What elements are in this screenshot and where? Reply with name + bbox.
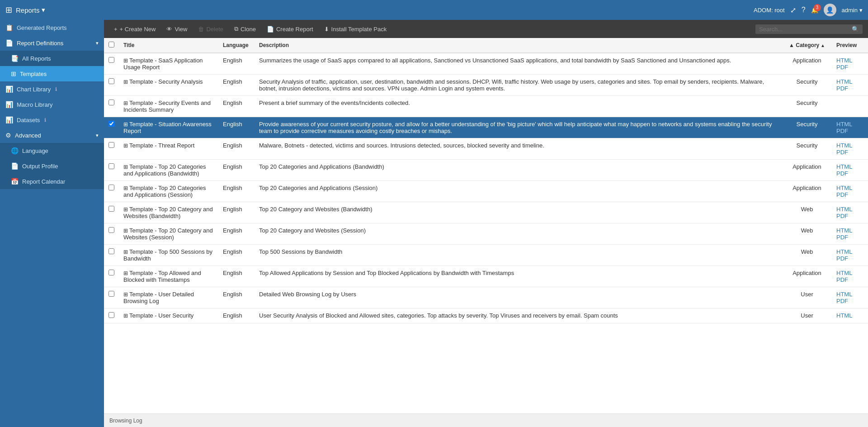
create-new-button[interactable]: + + Create New [109, 24, 160, 34]
row-preview [832, 96, 868, 117]
delete-button[interactable]: 🗑 Delete [193, 24, 228, 34]
sidebar-item-advanced[interactable]: ⚙ Advanced ▾ [0, 128, 104, 143]
preview-pdf-link[interactable]: PDF [836, 276, 863, 283]
row-checkbox[interactable] [108, 163, 114, 169]
preview-pdf-link[interactable]: PDF [836, 191, 863, 198]
preview-html-link[interactable]: HTML [836, 248, 863, 255]
row-description: Malware, Botnets - detected, victims and… [255, 138, 782, 160]
preview-html-link[interactable]: HTML [836, 206, 863, 213]
create-report-button[interactable]: 📄 Create Report [262, 24, 318, 34]
row-checkbox[interactable] [108, 185, 114, 190]
sidebar-item-all-reports[interactable]: 📑 All Reports [0, 51, 104, 66]
row-description: Top 500 Sessions by Bandwidth [255, 245, 782, 266]
admin-menu[interactable]: admin ▾ [842, 7, 863, 14]
fullscreen-icon[interactable]: ⤢ [790, 6, 796, 14]
row-title-icon: ⊞ [123, 185, 128, 191]
language-header: Language [218, 38, 255, 53]
table-row[interactable]: ⊞Template - Top 20 Categories and Applic… [104, 181, 868, 202]
row-checkbox[interactable] [108, 142, 114, 148]
preview-html-link[interactable]: HTML [836, 312, 863, 319]
sidebar-item-output-profile[interactable]: 📄 Output Profile [0, 158, 104, 174]
report-definitions-icon: 📄 [5, 39, 13, 47]
preview-html-link[interactable]: HTML [836, 270, 863, 276]
row-category: Web [782, 223, 832, 245]
sidebar-item-generated-reports[interactable]: 📋 Generated Reports [0, 20, 104, 35]
table-row[interactable]: ⊞Template - Top 20 Categories and Applic… [104, 160, 868, 181]
row-title: ⊞Template - Top 20 Categories and Applic… [119, 181, 218, 202]
preview-html-link[interactable]: HTML [836, 78, 863, 85]
row-checkbox[interactable] [108, 100, 114, 105]
create-new-icon: + [114, 26, 118, 33]
datasets-info-icon: ℹ [44, 117, 46, 123]
sidebar-item-macro-library[interactable]: 📊 Macro Library [0, 97, 104, 112]
table-row[interactable]: ⊞Template - Situation Awareness ReportEn… [104, 117, 868, 138]
help-icon[interactable]: ? [802, 6, 806, 14]
table-row[interactable]: ⊞Template - Top 20 Category and Websites… [104, 202, 868, 223]
preview-pdf-link[interactable]: PDF [836, 213, 863, 219]
table-row[interactable]: ⊞Template - SaaS Application Usage Repor… [104, 53, 868, 75]
sidebar-item-report-definitions[interactable]: 📄 Report Definitions ▾ [0, 35, 104, 51]
install-template-pack-button[interactable]: ⬇ Install Template Pack [320, 24, 392, 34]
preview-html-link[interactable]: HTML [836, 185, 863, 191]
row-checkbox[interactable] [108, 121, 114, 127]
table-row[interactable]: ⊞Template - User Detailed Browsing LogEn… [104, 287, 868, 308]
view-button[interactable]: 👁 View [162, 24, 192, 34]
preview-pdf-link[interactable]: PDF [836, 128, 863, 134]
row-checkbox[interactable] [108, 78, 114, 84]
table-row[interactable]: ⊞Template - User SecurityEnglishUser Sec… [104, 308, 868, 323]
select-all-header[interactable] [104, 38, 119, 53]
table-row[interactable]: ⊞Template - Security Events and Incident… [104, 96, 868, 117]
row-language: English [218, 266, 255, 287]
row-category: Application [782, 160, 832, 181]
sidebar-item-language[interactable]: 🌐 Language [0, 143, 104, 158]
notification-bell[interactable]: 🔔 3 [811, 7, 818, 14]
row-preview: HTMLPDF [832, 223, 868, 245]
preview-html-link[interactable]: HTML [836, 163, 863, 170]
table-row[interactable]: ⊞Template - Top 20 Category and Websites… [104, 223, 868, 245]
preview-pdf-link[interactable]: PDF [836, 255, 863, 262]
row-checkbox[interactable] [108, 270, 114, 275]
preview-html-link[interactable]: HTML [836, 291, 863, 298]
preview-html-link[interactable]: HTML [836, 142, 863, 149]
row-checkbox[interactable] [108, 291, 114, 297]
table-row[interactable]: ⊞Template - Top 500 Sessions by Bandwidt… [104, 245, 868, 266]
preview-html-link[interactable]: HTML [836, 227, 863, 234]
row-checkbox[interactable] [108, 312, 114, 318]
clone-button[interactable]: ⧉ Clone [230, 24, 260, 34]
row-language: English [218, 96, 255, 117]
sidebar-item-report-calendar[interactable]: 📅 Report Calendar [0, 174, 104, 189]
table-row[interactable]: ⊞Template - Security AnalysisEnglishSecu… [104, 75, 868, 96]
row-checkbox[interactable] [108, 227, 114, 233]
sidebar-item-templates[interactable]: ⊞ Templates [0, 66, 104, 81]
row-title-icon: ⊞ [123, 142, 128, 149]
row-checkbox[interactable] [108, 206, 114, 212]
avatar[interactable]: 👤 [824, 4, 836, 16]
row-category: User [782, 308, 832, 323]
report-calendar-label: Report Calendar [22, 178, 65, 185]
row-category: Web [782, 245, 832, 266]
preview-html-link[interactable]: HTML [836, 121, 863, 128]
preview-pdf-link[interactable]: PDF [836, 170, 863, 177]
bottom-bar: Browsing Log [104, 413, 868, 427]
search-input[interactable] [759, 26, 849, 33]
preview-pdf-link[interactable]: PDF [836, 234, 863, 241]
preview-pdf-link[interactable]: PDF [836, 85, 863, 92]
sidebar-item-datasets[interactable]: 📊 Datasets ℹ [0, 112, 104, 128]
table-row[interactable]: ⊞Template - Threat ReportEnglishMalware,… [104, 138, 868, 160]
row-checkbox[interactable] [108, 57, 114, 63]
create-report-icon: 📄 [267, 26, 274, 33]
app-title[interactable]: Reports ▾ [16, 6, 45, 14]
macro-library-icon: 📊 [5, 101, 13, 108]
select-all-checkbox[interactable] [108, 42, 114, 47]
preview-pdf-link[interactable]: PDF [836, 149, 863, 156]
row-checkbox[interactable] [108, 248, 114, 254]
sidebar-item-chart-library[interactable]: 📊 Chart Library ℹ [0, 81, 104, 97]
preview-pdf-link[interactable]: PDF [836, 64, 863, 71]
grid-menu-icon[interactable]: ⊞ [5, 5, 12, 15]
category-header[interactable]: ▲ Category [782, 38, 832, 53]
preview-pdf-link[interactable]: PDF [836, 298, 863, 304]
row-title-icon: ⊞ [123, 100, 128, 106]
table-row[interactable]: ⊞Template - Top Allowed and Blocked with… [104, 266, 868, 287]
preview-html-link[interactable]: HTML [836, 57, 863, 64]
row-language: English [218, 308, 255, 323]
